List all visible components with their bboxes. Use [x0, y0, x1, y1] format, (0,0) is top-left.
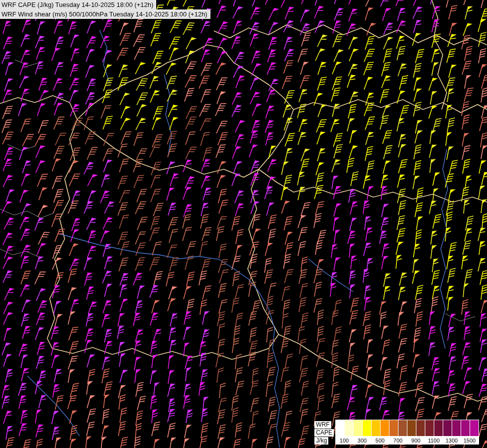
legend-labels: WRF CAPE J/kg [314, 421, 334, 445]
legend-tick-labels: 100300500700900110013001500 [335, 437, 479, 445]
legend-tick-label: 1300 [443, 438, 461, 444]
legend-tick-label: 900 [407, 438, 425, 444]
legend-colorbar-block: 100300500700900110013001500 [335, 420, 479, 445]
legend-swatch [407, 420, 416, 436]
legend-swatch [452, 420, 461, 436]
legend-param-label: CAPE [314, 429, 334, 437]
legend-unit-label: J/kg [314, 437, 328, 445]
title-line-cape: WRF CAPE (J/kg) Tuesday 14-10-2025 18:00… [0, 0, 156, 9]
title-line-shear: WRF Wind shear (m/s) 500/1000hPa Tuesday… [0, 9, 210, 19]
legend-swatch [390, 420, 398, 436]
legend-swatch [354, 420, 363, 436]
legend-swatch [425, 420, 434, 436]
legend-swatch [398, 420, 407, 436]
legend-swatch [363, 420, 372, 436]
legend-swatch [461, 420, 470, 436]
wind-barb-map-canvas [0, 0, 487, 448]
legend-swatch [434, 420, 443, 436]
legend-colorbar [335, 420, 479, 437]
legend-tick-label: 100 [335, 438, 353, 444]
legend-swatch [416, 420, 425, 436]
legend-tick-label: 1500 [461, 438, 479, 444]
weather-map-stage: WRF CAPE (J/kg) Tuesday 14-10-2025 18:00… [0, 0, 487, 448]
map-title-block: WRF CAPE (J/kg) Tuesday 14-10-2025 18:00… [0, 0, 210, 19]
legend-swatch [336, 420, 345, 436]
cape-legend: WRF CAPE J/kg 10030050070090011001300150… [314, 420, 479, 445]
legend-tick-label: 300 [353, 438, 371, 444]
legend-swatch [470, 420, 479, 436]
legend-swatch [372, 420, 381, 436]
legend-swatch [381, 420, 390, 436]
legend-tick-label: 500 [371, 438, 389, 444]
legend-tick-label: 1100 [425, 438, 443, 444]
legend-swatch [443, 420, 452, 436]
legend-model-label: WRF [314, 421, 331, 429]
legend-swatch [345, 420, 354, 436]
legend-tick-label: 700 [389, 438, 407, 444]
